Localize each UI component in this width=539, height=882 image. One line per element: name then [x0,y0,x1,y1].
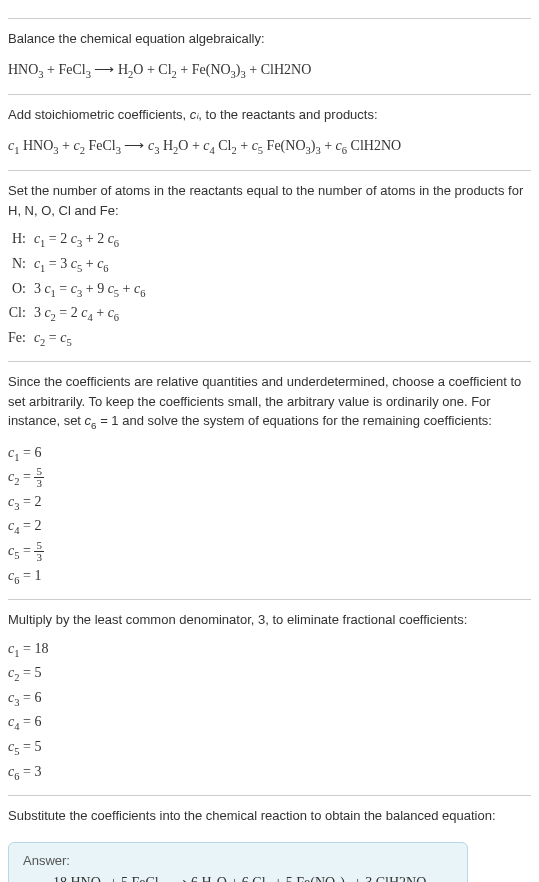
element-label: H: [8,228,34,253]
coef-line: c6 = 1 [8,565,531,590]
coef-line: c1 = 6 [8,442,531,467]
answer-box: Answer: 18 HNO3 + 5 FeCl3 ⟶ 6 H2O + 6 Cl… [8,842,468,882]
atoms-intro: Set the number of atoms in the reactants… [8,181,531,220]
coef-line: c4 = 6 [8,711,531,736]
element-label: Fe: [8,327,34,352]
section-problem: Balance the chemical equation algebraica… [8,18,531,84]
coef-list-fractional: c1 = 6 c2 = 53 c3 = 2 c4 = 2 c5 = 53 c6 … [8,442,531,590]
section-answer: Substitute the coefficients into the che… [8,795,531,882]
stoich-equation: c1 HNO3 + c2 FeCl3 ⟶ c3 H2O + c4 Cl2 + c… [8,133,531,161]
coef-line: c3 = 6 [8,687,531,712]
table-row: Fe: c2 = c5 [8,327,145,352]
solve-intro: Since the coefficients are relative quan… [8,372,531,433]
fraction: 53 [34,540,44,563]
coef-line: c3 = 2 [8,491,531,516]
element-equation: c2 = c5 [34,327,146,352]
section-solve: Since the coefficients are relative quan… [8,361,531,589]
fraction: 53 [34,466,44,489]
answer-label: Answer: [23,853,453,868]
table-row: N: c1 = 3 c5 + c6 [8,253,145,278]
multiply-intro: Multiply by the least common denominator… [8,610,531,630]
element-equation: 3 c1 = c3 + 9 c5 + c6 [34,278,146,303]
stoich-intro: Add stoichiometric coefficients, cᵢ, to … [8,105,531,125]
table-row: O: 3 c1 = c3 + 9 c5 + c6 [8,278,145,303]
coef-line: c2 = 5 [8,662,531,687]
element-equation: c1 = 2 c3 + 2 c6 [34,228,146,253]
element-equation: c1 = 3 c5 + c6 [34,253,146,278]
balanced-equation: 18 HNO3 + 5 FeCl3 ⟶ 6 H2O + 6 Cl2 + 5 Fe… [23,874,453,882]
problem-intro: Balance the chemical equation algebraica… [8,29,531,49]
table-row: H: c1 = 2 c3 + 2 c6 [8,228,145,253]
section-stoich: Add stoichiometric coefficients, cᵢ, to … [8,94,531,160]
element-label: O: [8,278,34,303]
element-label: N: [8,253,34,278]
coef-line: c5 = 5 [8,736,531,761]
section-atoms: Set the number of atoms in the reactants… [8,170,531,351]
coef-line: c1 = 18 [8,638,531,663]
element-label: Cl: [8,302,34,327]
section-multiply: Multiply by the least common denominator… [8,599,531,785]
coef-list-integer: c1 = 18 c2 = 5 c3 = 6 c4 = 6 c5 = 5 c6 =… [8,638,531,786]
atom-equations-table: H: c1 = 2 c3 + 2 c6 N: c1 = 3 c5 + c6 O:… [8,228,145,351]
table-row: Cl: 3 c2 = 2 c4 + c6 [8,302,145,327]
coef-line: c2 = 53 [8,466,531,491]
unbalanced-equation: HNO3 + FeCl3 ⟶ H2O + Cl2 + Fe(NO3)3 + Cl… [8,57,531,85]
coef-line: c6 = 3 [8,761,531,786]
coef-line: c5 = 53 [8,540,531,565]
element-equation: 3 c2 = 2 c4 + c6 [34,302,146,327]
coef-line: c4 = 2 [8,515,531,540]
answer-intro: Substitute the coefficients into the che… [8,806,531,826]
